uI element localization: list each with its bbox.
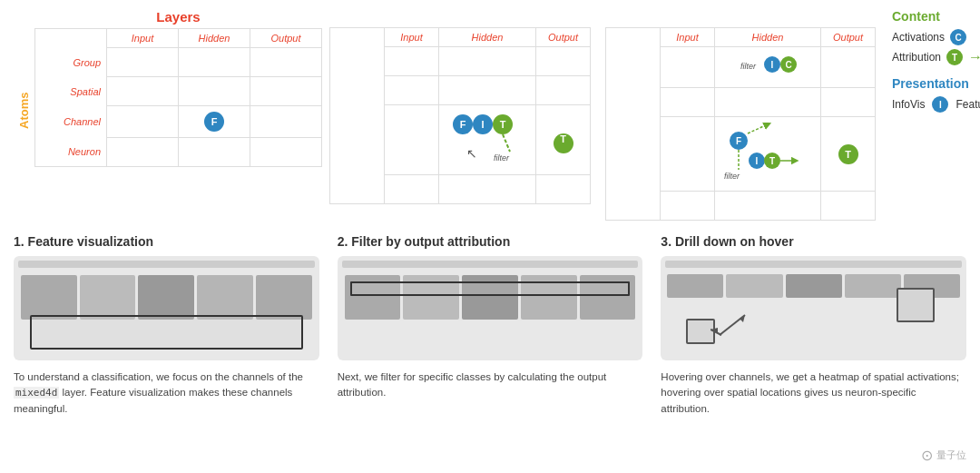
attribution-arrow: → <box>968 49 980 65</box>
row-group: Group <box>35 48 107 77</box>
col-output-1: Output <box>250 29 322 48</box>
activations-row: Activations C <box>892 29 980 45</box>
d2-c-hidden: F I T filter ↖ <box>439 105 536 175</box>
step-3-title: 3. Drill down on hover <box>661 234 966 249</box>
d3-s-output <box>821 88 876 117</box>
cell-s-hidden <box>179 77 250 106</box>
bottom-section: 1. Feature visualization To understand a… <box>0 234 980 417</box>
step-2-title: 2. Filter by output attribution <box>338 234 643 249</box>
col-input-1: Input <box>107 29 179 48</box>
infovis-label: InfoVis <box>892 98 925 111</box>
diagram-3-channel-svg: F filter I T <box>722 123 813 182</box>
cell-c-input <box>107 106 179 138</box>
presentation-title: Presentation <box>892 76 980 91</box>
d3-n-output <box>821 192 876 221</box>
d2-g-input <box>385 47 439 76</box>
d3-s-input <box>661 88 715 117</box>
activations-label: Activations <box>892 31 945 44</box>
d2-s-hidden <box>439 76 536 105</box>
cell-g-output <box>250 48 322 77</box>
attribution-badge-from: T <box>946 49 963 65</box>
layers-grid-1: Input Hidden Output Group Spatial <box>34 28 322 167</box>
cell-n-output <box>250 138 322 167</box>
step-2-column: 2. Filter by output attribution Next, we… <box>338 234 643 417</box>
svg-text:T: T <box>500 119 506 130</box>
cell-c-output <box>250 106 322 138</box>
step-1-column: 1. Feature visualization To understand a… <box>14 234 319 417</box>
cell-g-input <box>107 48 179 77</box>
cell-c-hidden: F <box>179 106 250 138</box>
layers-grid-3: Input Hidden Output filter I <box>605 27 876 221</box>
d3-g-hidden: filter I C <box>715 47 821 88</box>
d2-g-output <box>536 47 591 76</box>
activations-badge: C <box>950 29 966 45</box>
watermark: ⊙ 量子位 <box>921 447 966 464</box>
d2-n-output <box>536 175 591 204</box>
step-2-image <box>338 256 643 360</box>
d3-g-output <box>821 47 876 88</box>
svg-text:F: F <box>460 119 466 130</box>
d3-g-input <box>661 47 715 88</box>
svg-line-16 <box>748 124 768 133</box>
step-1-image <box>14 256 319 360</box>
d2-g-hidden <box>439 47 536 76</box>
d2-n-hidden <box>439 175 536 204</box>
badge-f-1: F <box>204 112 224 132</box>
d3-c-input <box>661 117 715 192</box>
attribution-label: Attribution <box>892 51 941 64</box>
step3-arrow-svg <box>710 306 760 342</box>
d3-group-badges: filter I C <box>736 53 799 78</box>
infovis-badge: I <box>932 96 948 113</box>
svg-text:F: F <box>736 136 741 146</box>
d3-n-hidden <box>715 192 821 221</box>
d3-c-hidden: F filter I T <box>715 117 821 192</box>
d3-c-output: T <box>821 117 876 192</box>
row-neuron: Neuron <box>35 138 107 167</box>
d2-s-input <box>385 76 439 105</box>
cell-g-hidden <box>179 48 250 77</box>
col-hidden-3: Hidden <box>715 28 821 47</box>
d3-s-hidden <box>715 88 821 117</box>
col-hidden-2: Hidden <box>439 28 536 47</box>
step-1-text: To understand a classification, we focus… <box>14 370 319 417</box>
svg-text:I: I <box>756 156 759 166</box>
watermark-text: 量子位 <box>936 448 966 462</box>
d2-c-output: T <box>536 105 591 175</box>
step-1-title: 1. Feature visualization <box>14 234 319 249</box>
cell-n-input <box>107 138 179 167</box>
diagram-2-svg: F I T filter ↖ <box>446 111 528 165</box>
svg-text:I: I <box>771 60 774 70</box>
step-2-text: Next, we filter for specific classes by … <box>338 370 643 401</box>
d3-n-input <box>661 192 715 221</box>
col-input-3: Input <box>661 28 715 47</box>
featurevis-label: FeatureVis <box>956 98 980 111</box>
svg-text:filter: filter <box>494 153 510 163</box>
row-channel: Channel <box>35 106 107 138</box>
badge-t-out: T <box>554 133 573 153</box>
content-title: Content <box>892 9 980 24</box>
col-output-3: Output <box>821 28 876 47</box>
atoms-label: Atoms <box>14 9 34 212</box>
svg-text:↖: ↖ <box>466 146 477 161</box>
row-spatial: Spatial <box>35 77 107 106</box>
attribution-row: Attribution T → T <box>892 49 980 65</box>
step-3-text: Hovering over channels, we get a heatmap… <box>661 370 966 417</box>
svg-text:T: T <box>769 156 775 166</box>
svg-text:filter: filter <box>740 62 757 71</box>
step-3-column: 3. Drill down on hover <box>661 234 966 417</box>
cell-s-output <box>250 77 322 106</box>
layers-grid-2: Input Hidden Output <box>329 27 591 204</box>
svg-text:I: I <box>481 119 484 130</box>
d2-s-output <box>536 76 591 105</box>
svg-text:C: C <box>785 60 791 70</box>
diagram-panel-3: Input Hidden Output filter I <box>598 9 883 221</box>
col-input-2: Input <box>385 28 439 47</box>
badge-t-3-out: T <box>838 144 858 164</box>
layers-title: Layers <box>34 9 322 25</box>
d2-n-input <box>385 175 439 204</box>
cell-n-hidden <box>179 138 250 167</box>
col-hidden-1: Hidden <box>179 29 250 48</box>
step-3-image <box>661 256 966 360</box>
d2-c-input <box>385 105 439 175</box>
diagram-panel-2: Input Hidden Output <box>322 9 598 221</box>
